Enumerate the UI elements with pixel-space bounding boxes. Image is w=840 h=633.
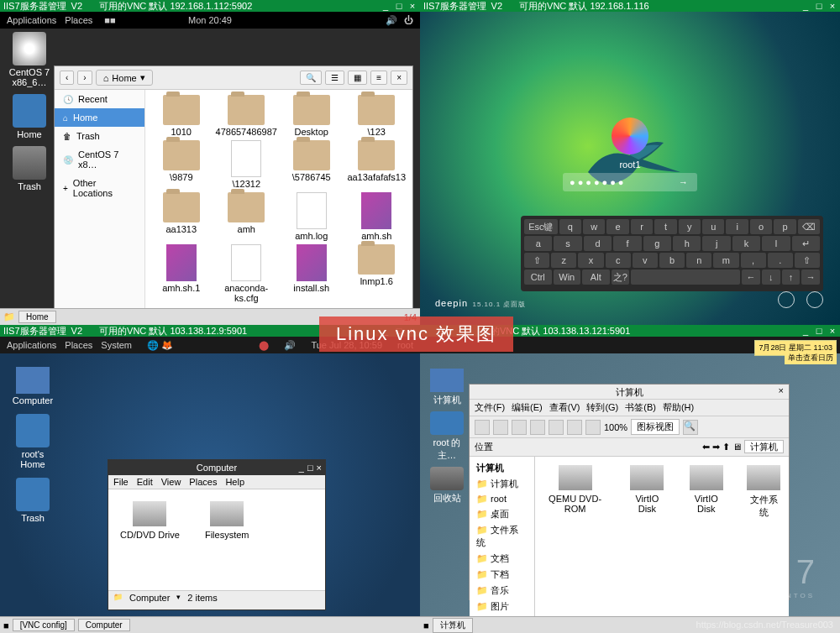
window-controls[interactable]: _□×	[801, 1, 837, 11]
sidebar-trash[interactable]: 🗑 Trash	[55, 127, 144, 145]
key[interactable]: b	[659, 253, 685, 268]
home-button[interactable]	[567, 420, 582, 435]
key[interactable]: e	[606, 219, 628, 234]
key[interactable]: ⌫	[798, 219, 820, 234]
window-titlebar[interactable]: Computer_□×	[108, 460, 325, 475]
menu-item[interactable]: 文件(F)	[475, 401, 505, 414]
window-controls[interactable]: _□×	[801, 326, 837, 336]
key[interactable]: .	[768, 253, 793, 268]
up-button[interactable]	[512, 420, 527, 435]
file-item[interactable]: install.sh	[281, 244, 343, 303]
volume-icon[interactable]: 🔊	[386, 15, 397, 26]
key[interactable]	[631, 269, 740, 285]
key[interactable]: h	[673, 236, 701, 251]
key[interactable]: Esc键	[524, 219, 558, 234]
menu-item[interactable]: Places	[189, 477, 217, 487]
login-arrow-icon[interactable]: →	[679, 177, 690, 187]
window-titlebar[interactable]: 计算机×	[470, 385, 789, 400]
key[interactable]: ↵	[792, 236, 820, 251]
cd-icon[interactable]: CentOS 7 x86_6…	[8, 32, 50, 87]
path-bar[interactable]: ⌂ Home ▾	[96, 70, 153, 86]
key[interactable]: n	[686, 253, 711, 268]
menu-item[interactable]: Edit	[137, 477, 153, 487]
menu-bar[interactable]: FileEditViewPlacesHelp	[108, 475, 325, 489]
taskbar-tab-computer[interactable]: Computer	[78, 619, 130, 631]
computer-icon[interactable]: Computer	[12, 367, 54, 405]
key[interactable]: i	[726, 219, 748, 234]
view-grid-button[interactable]: ▦	[348, 71, 367, 85]
sidebar-item[interactable]: 📁 计算机	[473, 476, 531, 492]
key[interactable]: l	[762, 236, 790, 251]
power-icon[interactable]: ⏻	[404, 15, 413, 26]
key[interactable]: q	[559, 219, 581, 234]
view-list-button[interactable]: ☰	[325, 71, 344, 85]
file-item[interactable]: 478657486987	[216, 95, 278, 137]
key[interactable]: p	[774, 219, 795, 234]
menu-button[interactable]: ≡	[370, 71, 387, 85]
key[interactable]: s	[554, 236, 581, 251]
key[interactable]: k	[732, 236, 760, 251]
key[interactable]: m	[713, 253, 738, 268]
menu-bar[interactable]: 文件(F)编辑(E)查看(V)转到(G)书签(B)帮助(H)	[470, 400, 789, 416]
menu-item[interactable]: 编辑(E)	[512, 401, 543, 414]
sidebar-recent[interactable]: 🕓 Recent	[55, 90, 144, 108]
file-item[interactable]: amh.sh	[346, 192, 408, 241]
cddvd-drive[interactable]: CD/DVD Drive	[120, 501, 180, 578]
key[interactable]: →	[801, 269, 820, 285]
key[interactable]: r	[631, 219, 653, 234]
menu-item[interactable]: 转到(G)	[586, 401, 618, 414]
key[interactable]: v	[633, 253, 658, 268]
shutdown-icon[interactable]	[806, 291, 823, 308]
pc-button[interactable]	[585, 420, 601, 435]
home-icon[interactable]: root 的主…	[428, 411, 465, 462]
drive-item[interactable]: VirtIO Disk	[628, 465, 665, 514]
filesystem[interactable]: Filesystem	[205, 501, 249, 578]
search-button[interactable]: 🔍	[300, 71, 322, 85]
menu-item[interactable]: View	[161, 477, 181, 487]
sidebar-home[interactable]: ⌂ Home	[55, 108, 144, 127]
sidebar-item[interactable]: 📁 文档	[473, 551, 531, 567]
forward-button[interactable]: ›	[77, 71, 92, 85]
back-button[interactable]	[475, 420, 490, 435]
back-button[interactable]: ‹	[60, 71, 74, 85]
file-item[interactable]: aa13afafafs13	[346, 140, 408, 189]
file-item[interactable]: lnmp1.6	[346, 244, 408, 303]
key[interactable]: ,	[741, 253, 766, 268]
menu-item[interactable]: 帮助(H)	[663, 401, 694, 414]
menu-item[interactable]: File	[113, 477, 129, 487]
key[interactable]: ↓	[762, 269, 780, 285]
file-item[interactable]: \12312	[216, 140, 278, 189]
file-item[interactable]: \9879	[150, 140, 213, 189]
drive-item[interactable]: 文件系统	[747, 465, 780, 519]
applications-menu[interactable]: Applications	[7, 15, 56, 25]
sidebar-item[interactable]: 📁 桌面	[473, 506, 531, 522]
stop-button[interactable]	[530, 420, 545, 435]
drive-item[interactable]: QEMU DVD-ROM	[543, 465, 606, 514]
key[interactable]: y	[679, 219, 701, 234]
key[interactable]: Ctrl	[524, 269, 552, 285]
key[interactable]: Win	[554, 269, 581, 285]
trash-icon[interactable]: Trash	[12, 478, 54, 523]
key[interactable]: t	[654, 219, 676, 234]
home-desktop-icon[interactable]: Home	[8, 94, 50, 139]
key[interactable]: Alt	[582, 269, 610, 285]
file-item[interactable]: Desktop	[281, 95, 343, 137]
taskbar-tab[interactable]: Home	[18, 311, 56, 323]
home-icon[interactable]: root's Home	[12, 414, 54, 469]
file-item[interactable]: amh	[216, 192, 278, 241]
file-item[interactable]: amh.sh.1	[150, 244, 213, 303]
key[interactable]: c	[606, 253, 631, 268]
window-controls[interactable]: _□×	[381, 1, 417, 11]
trash-desktop-icon[interactable]: Trash	[8, 146, 50, 191]
onscreen-keyboard[interactable]: Esc键qwertyuiop⌫asdfghjkl↵⇧zxcvbnm,.⇧Ctrl…	[521, 216, 823, 291]
computer-icon[interactable]: 计算机	[428, 369, 465, 406]
taskbar-tab-vnc[interactable]: [VNC config]	[13, 619, 75, 631]
keyboard-icon[interactable]	[778, 291, 795, 308]
menu-item[interactable]: 查看(V)	[549, 401, 580, 414]
view-select[interactable]: 图标视图	[631, 419, 680, 435]
key[interactable]: ⇧	[524, 253, 549, 268]
drive-item[interactable]: VirtIO Disk	[688, 465, 725, 514]
user-avatar[interactable]	[612, 118, 648, 154]
sidebar-item[interactable]: 📁 图片	[473, 599, 531, 615]
file-item[interactable]: \123	[346, 95, 408, 137]
